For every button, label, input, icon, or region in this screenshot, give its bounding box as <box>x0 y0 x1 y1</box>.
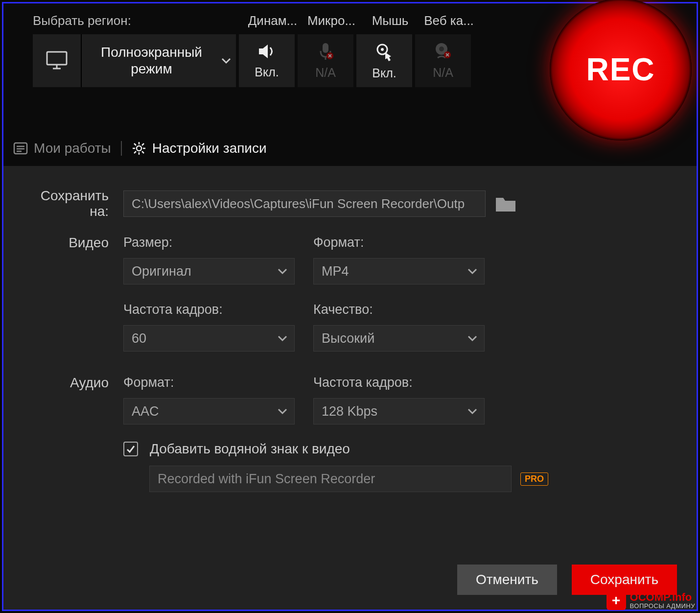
chevron-down-icon <box>278 408 287 415</box>
audio-format-value: AAC <box>132 404 159 419</box>
browse-folder-button[interactable] <box>494 194 517 213</box>
toggle-mouse[interactable]: Вкл. <box>356 34 412 87</box>
monitor-icon <box>46 51 68 71</box>
tab-my-works-label: Мои работы <box>34 141 111 156</box>
chevron-down-icon <box>278 268 287 275</box>
site-watermark-text: OCOMP.info ВОПРОСЫ АДМИНУ <box>630 592 695 609</box>
video-row-2: Частота кадров: 60 Качество: Высокий <box>23 302 677 352</box>
cancel-button[interactable]: Отменить <box>457 565 557 595</box>
video-fps-select[interactable]: 60 <box>123 325 295 352</box>
chevron-down-icon <box>467 268 477 275</box>
list-icon <box>13 141 28 156</box>
toggle-header-webcam: Веб ка... <box>422 13 476 28</box>
audio-bitrate-label: Частота кадров: <box>313 375 485 390</box>
save-path-input[interactable]: C:\Users\alex\Videos\Captures\iFun Scree… <box>123 190 486 217</box>
chevron-down-icon <box>467 408 477 415</box>
video-size-select[interactable]: Оригинал <box>123 258 295 284</box>
site-suffix: .info <box>669 591 692 603</box>
app-window: Выбрать регион: Динам... Микро... Мышь В… <box>2 2 698 611</box>
pro-badge: PRO <box>520 472 548 486</box>
cursor-icon <box>374 42 394 61</box>
video-format-select[interactable]: MP4 <box>313 258 485 284</box>
svg-rect-3 <box>323 43 328 53</box>
settings-panel: Сохранить на: C:\Users\alex\Videos\Captu… <box>3 166 697 610</box>
tab-separator <box>121 141 122 156</box>
region-mode-label: Полноэкранный режим <box>82 44 221 77</box>
audio-format-select[interactable]: AAC <box>123 398 295 424</box>
video-row-1: Видео Размер: Оригинал Формат: MP4 <box>23 235 677 284</box>
svg-point-15 <box>137 146 141 151</box>
svg-rect-0 <box>47 52 67 65</box>
video-format-value: MP4 <box>322 264 349 279</box>
audio-row: Аудио Формат: AAC Частота кадров: 128 Kb… <box>23 375 677 424</box>
site-watermark: + OCOMP.info ВОПРОСЫ АДМИНУ <box>607 590 695 610</box>
svg-point-7 <box>381 48 384 51</box>
audio-bitrate-select[interactable]: 128 Kbps <box>313 398 485 424</box>
tabs-bar: Мои работы Настройки записи <box>3 131 697 166</box>
check-icon <box>126 444 136 454</box>
audio-bitrate-value: 128 Kbps <box>322 404 377 419</box>
chevron-down-icon <box>467 335 477 342</box>
webcam-icon <box>434 42 452 61</box>
watermark-text-input[interactable]: Recorded with iFun Screen Recorder <box>149 466 512 492</box>
toggle-header-speaker: Динам... <box>246 13 300 28</box>
gear-icon <box>132 141 146 156</box>
video-fps-value: 60 <box>132 331 146 346</box>
region-mode-dropdown[interactable]: Полноэкранный режим <box>82 34 236 87</box>
toggle-speaker-status: Вкл. <box>255 65 279 79</box>
speaker-icon <box>257 43 277 60</box>
toggle-mouse-status: Вкл. <box>372 66 396 80</box>
video-section-label: Видео <box>23 235 123 251</box>
toggle-header-mouse: Мышь <box>363 13 417 28</box>
toggle-header-mic: Микро... <box>304 13 358 28</box>
tab-my-works[interactable]: Мои работы <box>13 141 111 156</box>
toggle-webcam-status: N/A <box>433 66 453 80</box>
watermark-check-row: Добавить водяной знак к видео <box>123 441 677 457</box>
svg-point-9 <box>439 47 444 51</box>
toggle-mic-status: N/A <box>315 66 336 80</box>
audio-section-label: Аудио <box>23 375 123 391</box>
video-fps-label: Частота кадров: <box>123 302 295 317</box>
tab-record-settings[interactable]: Настройки записи <box>132 141 267 156</box>
site-sub: ВОПРОСЫ АДМИНУ <box>630 603 695 609</box>
record-button-label: REC <box>586 51 655 88</box>
region-icon-button[interactable] <box>33 34 82 87</box>
toggle-mic[interactable]: N/A <box>298 34 353 87</box>
chevron-down-icon <box>278 335 287 342</box>
toggle-speaker[interactable]: Вкл. <box>239 34 295 87</box>
video-quality-select[interactable]: Высокий <box>313 325 485 352</box>
top-toolbar: Выбрать регион: Динам... Микро... Мышь В… <box>3 3 697 131</box>
record-button[interactable]: REC <box>550 0 692 141</box>
toggle-webcam[interactable]: N/A <box>415 34 471 87</box>
video-size-value: Оригинал <box>132 264 191 279</box>
tab-record-settings-label: Настройки записи <box>152 141 267 156</box>
plus-icon: + <box>607 590 626 610</box>
audio-format-label: Формат: <box>123 375 295 390</box>
video-quality-value: Высокий <box>322 331 374 346</box>
watermark-text-row: Recorded with iFun Screen Recorder PRO <box>149 466 677 492</box>
watermark-label: Добавить водяной знак к видео <box>150 441 350 457</box>
video-format-label: Формат: <box>313 235 485 250</box>
chevron-down-icon <box>221 57 231 64</box>
site-main: OCOMP <box>630 591 669 603</box>
watermark-checkbox[interactable] <box>123 442 138 456</box>
video-size-label: Размер: <box>123 235 295 250</box>
save-to-label: Сохранить на: <box>23 188 123 219</box>
video-quality-label: Качество: <box>313 302 485 317</box>
mic-icon <box>318 42 333 61</box>
save-path-row: Сохранить на: C:\Users\alex\Videos\Captu… <box>23 188 677 219</box>
